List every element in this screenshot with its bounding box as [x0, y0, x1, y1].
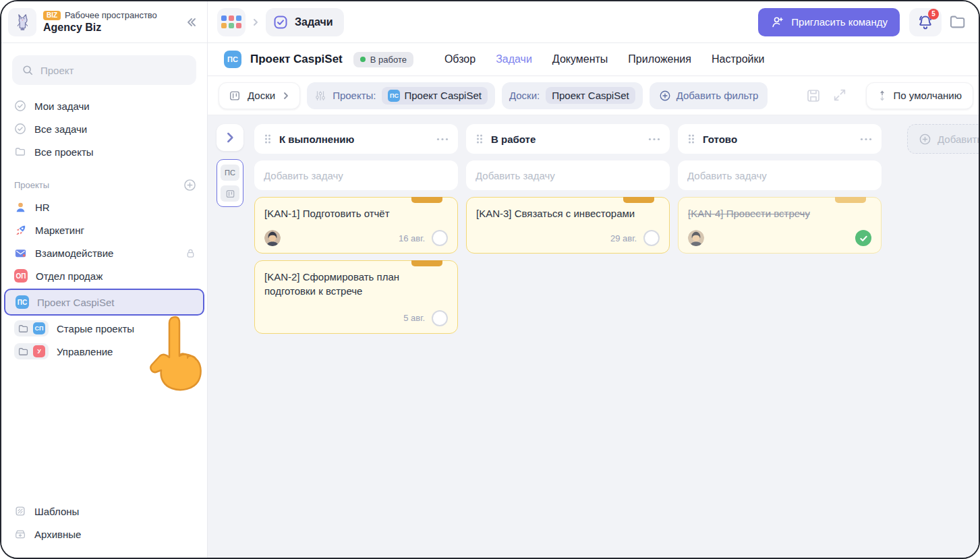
sidebar-project-caspiset-selected[interactable]: ПС Проект CaspiSet: [4, 289, 204, 316]
status-label: В работе: [370, 55, 407, 65]
rail-boards-panel: ПС: [217, 159, 243, 207]
sidebar: BIZ Рабочее пространство Agency Biz Мои …: [1, 1, 208, 558]
project-label: Отдел продаж: [36, 270, 103, 282]
sidebar-item-my-tasks[interactable]: Мои задачи: [1, 94, 207, 117]
add-task-input[interactable]: [264, 170, 449, 181]
boards-filter[interactable]: Доски: Проект CaspiSet: [502, 82, 643, 109]
sidebar-item-all-projects[interactable]: Все проекты: [1, 140, 207, 163]
boards-filter-label: Доски:: [509, 90, 540, 101]
sidebar-item-templates[interactable]: Шаблоны: [1, 500, 207, 523]
breadcrumb-tasks[interactable]: Задачи: [266, 8, 344, 36]
complete-task-checkbox[interactable]: [643, 230, 660, 246]
sidebar-project-old-projects[interactable]: СП Старые проекты: [1, 317, 207, 340]
check-circle-icon: [14, 100, 26, 112]
boards-filter-value: Проект CaspiSet: [552, 90, 629, 101]
assignee-avatar[interactable]: [264, 230, 281, 246]
save-view-icon[interactable]: [805, 88, 822, 104]
drag-handle-icon[interactable]: [475, 134, 484, 144]
projects-filter-chip[interactable]: ПС Проект CaspiSet: [382, 87, 487, 105]
add-project-icon[interactable]: [183, 179, 196, 192]
add-column-label: Добавить колонку: [938, 134, 979, 145]
rail-project-badge[interactable]: ПС: [221, 165, 239, 181]
check-circle-icon: [14, 123, 26, 135]
breadcrumb-label: Задачи: [295, 16, 333, 28]
card-footer: 16 авг.: [264, 230, 448, 246]
add-task-field[interactable]: [466, 160, 670, 190]
project-header: ПС Проект CaspiSet В работе Обзор Задачи…: [208, 43, 979, 76]
due-date: 29 авг.: [610, 233, 637, 243]
sidebar-item-archived[interactable]: Архивные: [1, 523, 207, 546]
task-title: [KAN-3] Связаться с инвесторами: [476, 207, 660, 220]
notifications-button[interactable]: 5: [909, 8, 942, 36]
card-footer: 29 авг.: [476, 230, 660, 246]
tab-overview[interactable]: Обзор: [444, 53, 475, 65]
folder-icon[interactable]: [948, 13, 967, 31]
drag-handle-icon[interactable]: [687, 134, 695, 144]
column-header[interactable]: К выполнению: [254, 124, 458, 154]
folder-badge-group: СП: [14, 320, 49, 336]
project-label: Старые проекты: [57, 323, 134, 334]
add-filter-label: Добавить фильтр: [676, 90, 759, 101]
project-badge: У: [33, 345, 45, 357]
column-header[interactable]: В работе: [466, 124, 670, 154]
tab-tasks[interactable]: Задачи: [496, 53, 532, 65]
add-task-field[interactable]: [254, 160, 458, 190]
search-input[interactable]: [40, 65, 187, 76]
apps-grid-button[interactable]: [217, 8, 246, 36]
sort-order-button[interactable]: По умолчанию: [866, 82, 973, 109]
task-card-kan-1[interactable]: [KAN-1] Подготовить отчёт 16 авг.: [254, 197, 458, 254]
sidebar-item-label: Все проекты: [34, 146, 94, 158]
workspace-type-label: Рабочее пространство: [65, 10, 157, 20]
sidebar-project-marketing[interactable]: Маркетинг: [1, 218, 207, 241]
sidebar-collapse-icon[interactable]: [184, 16, 198, 29]
card-priority-tab: [835, 197, 866, 203]
invite-team-button[interactable]: Пригласить команду: [758, 8, 900, 36]
sidebar-search[interactable]: [12, 55, 196, 85]
app-window: BIZ Рабочее пространство Agency Biz Мои …: [0, 0, 980, 559]
project-tabs: Обзор Задачи Документы Приложения Настро…: [444, 53, 764, 65]
sidebar-item-all-tasks[interactable]: Все задачи: [1, 117, 207, 140]
sidebar-project-management[interactable]: У Управление: [1, 340, 207, 363]
project-status-badge[interactable]: В работе: [353, 52, 413, 67]
assignee-avatar[interactable]: [688, 230, 704, 246]
folder-icon: [18, 323, 30, 334]
task-card-kan-3[interactable]: [KAN-3] Связаться с инвесторами 29 авг.: [466, 197, 670, 254]
tab-apps[interactable]: Приложения: [628, 53, 691, 65]
folder-badge-group: У: [14, 343, 49, 359]
column-menu-icon[interactable]: [648, 138, 660, 141]
boards-view-button[interactable]: Доски: [219, 82, 300, 109]
breadcrumb-chevron-icon: [252, 18, 260, 26]
invite-team-label: Пригласить команду: [791, 16, 888, 28]
task-card-kan-2[interactable]: [KAN-2] Сформировать план подготовки к в…: [254, 260, 458, 334]
sidebar-project-communication[interactable]: Взаимодействие: [1, 241, 207, 264]
task-card-kan-4[interactable]: [KAN-4] Провести встречу: [678, 197, 882, 254]
column-header[interactable]: Готово: [678, 124, 882, 154]
add-filter-button[interactable]: Добавить фильтр: [650, 82, 768, 109]
sidebar-item-label: Архивные: [34, 529, 81, 540]
kanban-column-in-progress: В работе [KAN-3] Связаться с инвесторами…: [466, 124, 670, 254]
expand-fullscreen-icon[interactable]: [832, 88, 847, 104]
column-menu-icon[interactable]: [436, 138, 449, 141]
cat-mascot-icon: [12, 12, 32, 32]
complete-task-checkbox[interactable]: [432, 230, 448, 246]
plus-circle-icon: [919, 133, 931, 146]
project-badge: ПС: [388, 90, 400, 102]
add-task-field[interactable]: [678, 160, 882, 190]
column-menu-icon[interactable]: [860, 138, 872, 141]
sidebar-project-hr[interactable]: HR: [1, 196, 207, 218]
tab-documents[interactable]: Документы: [552, 53, 608, 65]
rail-expand-button[interactable]: [217, 124, 243, 151]
person-plus-icon: [770, 15, 785, 30]
rail-board-icon[interactable]: [221, 185, 239, 202]
sidebar-project-sales[interactable]: ОП Отдел продаж: [1, 264, 207, 287]
complete-task-checkbox[interactable]: [432, 310, 448, 326]
add-task-input[interactable]: [475, 170, 660, 181]
drag-handle-icon[interactable]: [264, 134, 272, 144]
task-done-checkmark[interactable]: [855, 230, 871, 246]
tab-settings[interactable]: Настройки: [712, 53, 764, 65]
add-column-button[interactable]: Добавить колонку: [907, 124, 979, 154]
boards-filter-chip[interactable]: Проект CaspiSet: [546, 87, 635, 104]
add-task-input[interactable]: [687, 170, 872, 181]
workspace-logo[interactable]: [8, 8, 36, 36]
projects-filter[interactable]: Проекты: ПС Проект CaspiSet: [307, 82, 495, 109]
